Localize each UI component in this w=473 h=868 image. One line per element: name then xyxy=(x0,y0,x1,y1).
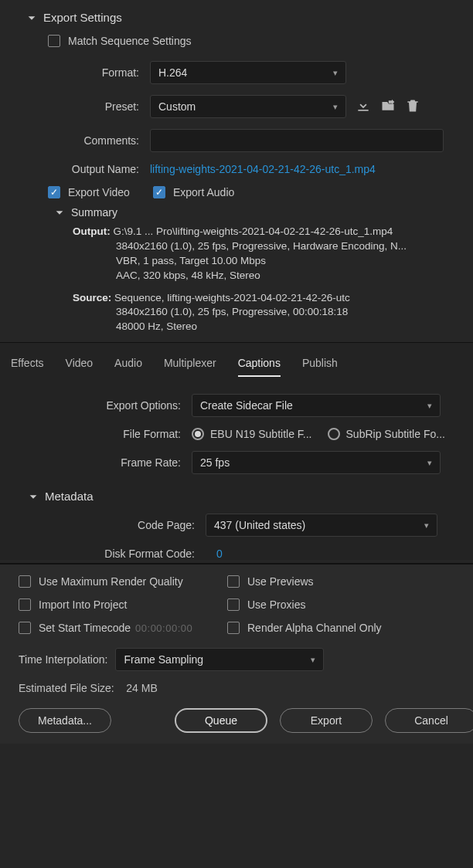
metadata-title: Metadata xyxy=(45,490,94,503)
time-interpolation-dropdown[interactable]: Frame Sampling ▾ xyxy=(115,648,324,671)
import-project-label: Import Into Project xyxy=(39,598,127,611)
set-start-timecode-checkbox[interactable] xyxy=(19,622,31,634)
code-page-label: Code Page: xyxy=(28,519,206,531)
radio-icon xyxy=(192,428,204,440)
use-max-render-label: Use Maximum Render Quality xyxy=(39,575,183,588)
chevron-down-icon xyxy=(26,12,37,23)
tab-video[interactable]: Video xyxy=(66,357,94,377)
bottom-options-panel: Use Maximum Render Quality Use Previews … xyxy=(0,563,473,744)
preset-actions xyxy=(356,98,420,116)
export-options-dropdown[interactable]: Create Sidecar File ▾ xyxy=(192,394,441,417)
code-page-value: 437 (United states) xyxy=(214,519,305,531)
tab-captions[interactable]: Captions xyxy=(238,357,281,377)
disk-format-code-value[interactable]: 0 xyxy=(216,548,223,560)
output-name-link[interactable]: lifting-weights-2021-04-02-21-42-26-utc_… xyxy=(150,163,376,175)
use-max-render-checkbox[interactable] xyxy=(19,575,31,588)
tab-publish[interactable]: Publish xyxy=(302,357,338,377)
tab-bar: Effects Video Audio Multiplexer Captions… xyxy=(0,342,473,377)
match-sequence-label: Match Sequence Settings xyxy=(68,35,192,47)
format-label: Format: xyxy=(26,66,150,79)
save-preset-icon[interactable] xyxy=(356,98,371,116)
render-alpha-checkbox[interactable] xyxy=(227,622,240,634)
cancel-button[interactable]: Cancel xyxy=(385,708,473,733)
preset-label: Preset: xyxy=(26,100,150,113)
file-format-radio-group: EBU N19 Subtitle F... SubRip Subtitle Fo… xyxy=(192,428,459,440)
chevron-down-icon: ▾ xyxy=(427,401,432,411)
chevron-down-icon: ▾ xyxy=(424,520,429,531)
export-button[interactable]: Export xyxy=(280,708,373,733)
start-timecode-value: 00:00:00:00 xyxy=(135,622,192,634)
export-settings-header[interactable]: Export Settings xyxy=(26,11,459,24)
time-interpolation-label: Time Interpolation: xyxy=(19,653,107,666)
metadata-button[interactable]: Metadata... xyxy=(19,708,111,733)
tab-multiplexer[interactable]: Multiplexer xyxy=(164,357,216,377)
chevron-down-icon xyxy=(54,207,65,218)
export-video-label: Export Video xyxy=(68,186,130,198)
tab-effects[interactable]: Effects xyxy=(11,357,44,377)
frame-rate-dropdown[interactable]: 25 fps ▾ xyxy=(192,451,441,474)
export-audio-checkbox[interactable] xyxy=(153,186,165,198)
preset-value: Custom xyxy=(158,100,196,113)
estimated-size-value: 24 MB xyxy=(126,682,157,694)
summary-title: Summary xyxy=(71,206,117,219)
export-options-value: Create Sidecar File xyxy=(200,399,293,412)
use-previews-checkbox[interactable] xyxy=(227,575,240,588)
estimated-size-label: Estimated File Size: xyxy=(19,682,114,694)
summary-block: Summary Output: G:\9.1 ... Pro\lifting-w… xyxy=(54,206,459,334)
time-interpolation-value: Frame Sampling xyxy=(124,653,203,666)
file-format-label: File Format: xyxy=(14,428,192,440)
queue-button[interactable]: Queue xyxy=(175,708,267,733)
set-start-timecode-label: Set Start Timecode xyxy=(39,622,131,634)
metadata-header[interactable]: Metadata xyxy=(28,490,459,503)
file-format-subrip-option[interactable]: SubRip Subtitle Fo... xyxy=(328,428,445,440)
radio-icon xyxy=(328,428,340,440)
delete-preset-icon[interactable] xyxy=(405,98,420,116)
export-settings-title: Export Settings xyxy=(43,11,122,24)
frame-rate-label: Frame Rate: xyxy=(14,456,192,469)
frame-rate-value: 25 fps xyxy=(200,456,230,469)
use-proxies-label: Use Proxies xyxy=(247,598,305,611)
comments-label: Comments: xyxy=(26,134,150,147)
chevron-down-icon: ▾ xyxy=(333,102,338,112)
export-options-label: Export Options: xyxy=(14,399,192,412)
disk-format-code-label: Disk Format Code: xyxy=(28,548,206,560)
export-audio-label: Export Audio xyxy=(173,186,234,198)
comments-input[interactable] xyxy=(150,129,444,152)
summary-output: Output: G:\9.1 ... Pro\lifting-weights-2… xyxy=(73,225,459,283)
preset-dropdown[interactable]: Custom ▾ xyxy=(150,95,346,118)
import-preset-icon[interactable] xyxy=(380,98,396,116)
chevron-down-icon: ▾ xyxy=(427,458,432,468)
file-format-ebu-option[interactable]: EBU N19 Subtitle F... xyxy=(192,428,312,440)
chevron-down-icon: ▾ xyxy=(333,68,338,78)
render-alpha-label: Render Alpha Channel Only xyxy=(247,622,382,634)
format-value: H.264 xyxy=(158,66,187,79)
export-video-checkbox[interactable] xyxy=(48,186,60,198)
output-name-label: Output Name: xyxy=(26,163,150,175)
chevron-down-icon xyxy=(28,491,39,502)
export-settings-panel: Export Settings Match Sequence Settings … xyxy=(0,0,473,334)
tab-audio[interactable]: Audio xyxy=(114,357,142,377)
chevron-down-icon: ▾ xyxy=(311,655,315,665)
import-project-checkbox[interactable] xyxy=(19,598,31,611)
summary-source: Source: Sequence, lifting-weights-2021-0… xyxy=(73,291,459,335)
match-sequence-checkbox[interactable] xyxy=(48,35,60,47)
format-dropdown[interactable]: H.264 ▾ xyxy=(150,61,346,84)
use-proxies-checkbox[interactable] xyxy=(227,598,240,611)
captions-panel: Export Options: Create Sidecar File ▾ Fi… xyxy=(0,377,473,560)
code-page-dropdown[interactable]: 437 (United states) ▾ xyxy=(206,514,437,537)
svg-rect-0 xyxy=(358,110,368,111)
summary-header[interactable]: Summary xyxy=(54,206,459,219)
use-previews-label: Use Previews xyxy=(247,575,314,588)
